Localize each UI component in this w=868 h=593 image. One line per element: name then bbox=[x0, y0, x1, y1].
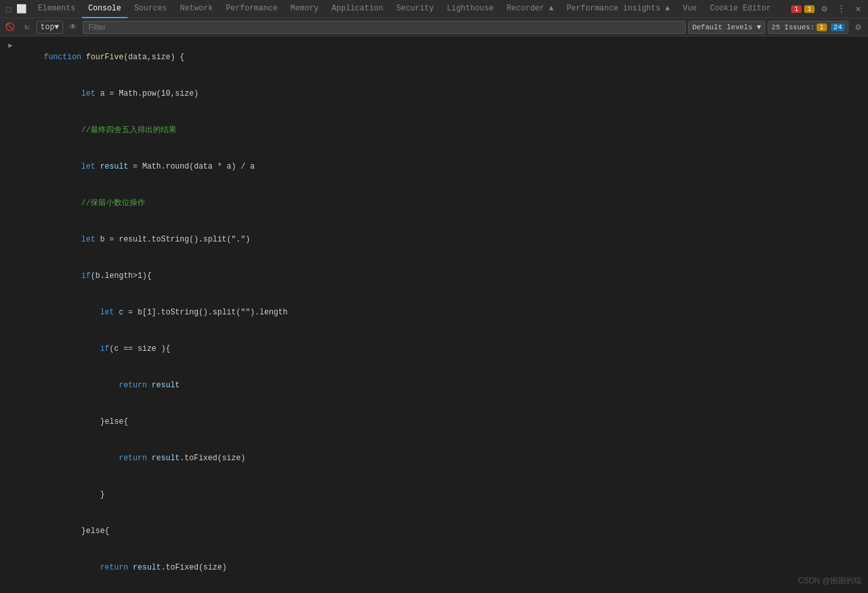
tab-bar-icons: ⬚ ⬜ bbox=[3, 3, 27, 15]
console-line: }else{ bbox=[0, 404, 868, 440]
inspect-icon[interactable]: ⬚ bbox=[3, 3, 14, 15]
tab-recorder[interactable]: Recorder ▲ bbox=[500, 0, 560, 18]
tab-right-controls: 1 1 ⚙ ⋮ ✕ bbox=[791, 2, 865, 16]
tab-security[interactable]: Security bbox=[390, 0, 441, 18]
tab-cookie-editor[interactable]: Cookie Editor bbox=[703, 0, 777, 18]
tab-elements[interactable]: Elements bbox=[31, 0, 82, 18]
console-line: //最终四舍五入得出的结果 bbox=[0, 112, 868, 148]
tab-bar: ⬚ ⬜ Elements Console Sources Network Per… bbox=[0, 0, 868, 18]
tab-perf-insights[interactable]: Performance insights ▲ bbox=[560, 0, 676, 18]
issues-warn-badge: 1 bbox=[817, 23, 827, 31]
refresh-btn[interactable]: ↻ bbox=[20, 20, 34, 34]
console-line: if(b.length>1){ bbox=[0, 258, 868, 294]
console-line: let b = result.toString().split(".") bbox=[0, 221, 868, 258]
issues-error-badge: 24 bbox=[831, 23, 845, 31]
console-line: let result = Math.round(data * a) / a bbox=[0, 148, 868, 185]
tab-memory[interactable]: Memory bbox=[284, 0, 325, 18]
tab-sources[interactable]: Sources bbox=[128, 0, 173, 18]
tab-lighthouse[interactable]: Lighthouse bbox=[440, 0, 500, 18]
console-line: //保留小数位操作 bbox=[0, 185, 868, 221]
console-line: if(c == size ){ bbox=[0, 331, 868, 367]
levels-dropdown[interactable]: Default levels ▼ bbox=[688, 21, 765, 34]
device-icon[interactable]: ⬜ bbox=[16, 3, 27, 15]
issues-count[interactable]: 25 Issues: 1 24 bbox=[768, 21, 848, 34]
eye-icon[interactable]: 👁 bbox=[66, 20, 80, 34]
clear-console-btn[interactable]: 🚫 bbox=[3, 20, 17, 34]
tab-vue[interactable]: Vue bbox=[677, 0, 704, 18]
console-toolbar: 🚫 ↻ top ▼ 👁 Default levels ▼ 25 Issues: … bbox=[0, 18, 868, 36]
tab-console[interactable]: Console bbox=[82, 0, 128, 18]
settings-icon[interactable]: ⚙ bbox=[817, 2, 832, 16]
tab-application[interactable]: Application bbox=[325, 0, 389, 18]
console-line: return result bbox=[0, 367, 868, 404]
console-content[interactable]: ▶ function fourFive(data,size) { let a =… bbox=[0, 36, 868, 593]
close-icon[interactable]: ✕ bbox=[851, 2, 865, 16]
filter-input[interactable] bbox=[83, 21, 686, 34]
warn-badge: 1 bbox=[804, 5, 815, 13]
console-line: }else{ bbox=[0, 513, 868, 549]
console-line: } bbox=[0, 476, 868, 513]
expand-icon[interactable]: ▶ bbox=[5, 40, 16, 51]
console-line: ▶ function fourFive(data,size) { bbox=[0, 39, 868, 76]
console-settings-icon[interactable]: ⚙ bbox=[851, 20, 865, 34]
watermark: CSDN @困困的琨 bbox=[798, 575, 861, 586]
console-line: let c = b[1].toString().split("").length bbox=[0, 294, 868, 331]
console-line: return result.toFixed(size) bbox=[0, 440, 868, 476]
console-line: } bbox=[0, 586, 868, 593]
console-line: let a = Math.pow(10,size) bbox=[0, 76, 868, 112]
more-icon[interactable]: ⋮ bbox=[834, 2, 848, 16]
error-badge: 1 bbox=[791, 5, 802, 13]
tab-network[interactable]: Network bbox=[173, 0, 219, 18]
context-selector[interactable]: top ▼ bbox=[36, 21, 63, 34]
console-line: return result.toFixed(size) bbox=[0, 549, 868, 586]
tab-performance[interactable]: Performance bbox=[219, 0, 284, 18]
